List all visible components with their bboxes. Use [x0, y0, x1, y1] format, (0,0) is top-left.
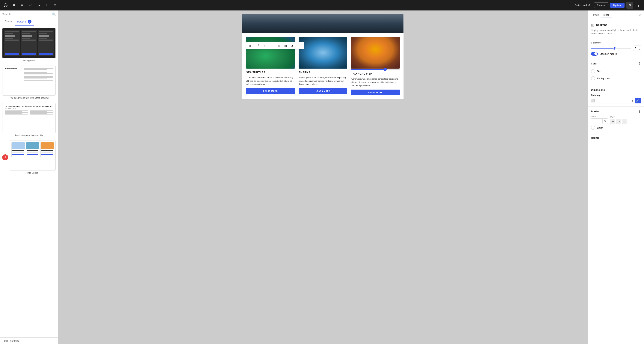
slider-thumb[interactable]: [613, 47, 616, 50]
tab-patterns[interactable]: Patterns 1: [14, 18, 34, 26]
stack-mobile-label: Stack on mobile: [600, 52, 617, 55]
border-color-label: Color: [597, 126, 603, 129]
learn-more-button-3[interactable]: LEARN MORE: [351, 90, 400, 95]
search-icon[interactable]: 🔍: [52, 12, 56, 16]
color-more-button[interactable]: ⋮: [638, 62, 641, 66]
align-left-button[interactable]: ▤: [276, 43, 282, 48]
fish-image: [351, 37, 400, 68]
wp-logo[interactable]: [2, 2, 9, 8]
col3-progress-bar: +: [351, 69, 400, 70]
text-color-circle[interactable]: [591, 69, 595, 73]
breadcrumb-page[interactable]: Page: [2, 340, 8, 342]
link-padding-icon[interactable]: 🔗: [635, 98, 641, 104]
border-style-solid[interactable]: —: [610, 118, 615, 124]
tab-blocks[interactable]: Blocks: [2, 18, 14, 26]
border-more-button[interactable]: ⋮: [638, 110, 641, 113]
width-unit-label: PX: [602, 119, 608, 124]
breadcrumb-columns[interactable]: Columns: [10, 340, 19, 342]
justify-center-button[interactable]: ▦: [283, 43, 288, 48]
color-header: Color ⋮: [591, 62, 641, 66]
search-input[interactable]: [2, 13, 50, 16]
pattern-card-offset[interactable]: Oceanic Inspiration: [2, 66, 56, 99]
breadcrumb-separator: ›: [8, 340, 9, 342]
border-header: Border ⋮: [591, 110, 641, 113]
pattern-card-two-col-title[interactable]: The voyage had begun, and had begun happ…: [2, 103, 56, 137]
turtle-image: [246, 37, 295, 68]
background-color-label: Background: [597, 77, 610, 80]
move-up-button[interactable]: ↑: [262, 43, 268, 48]
pattern-card-pricing[interactable]: Pricing table: [2, 28, 56, 62]
border-style-dashed[interactable]: - -: [616, 118, 621, 124]
border-color-circle[interactable]: [591, 126, 595, 130]
redo-button[interactable]: ↪: [35, 2, 42, 8]
learn-more-button-1[interactable]: LEARN MORE: [246, 88, 295, 94]
more-toolbar-button[interactable]: ⋮: [297, 43, 303, 48]
search-bar: 🔍: [0, 10, 58, 18]
columns-increment[interactable]: ▲: [638, 46, 641, 48]
columns-info-section: ▥ Columns Display content in multiple co…: [588, 20, 644, 38]
patterns-badge: 1: [28, 20, 32, 24]
switch-draft-button[interactable]: Switch to draft: [573, 2, 592, 8]
style-options: — - - ···: [610, 118, 627, 124]
contrast-icon: ◑: [291, 44, 293, 47]
close-panel-button[interactable]: ✕: [638, 13, 641, 17]
contrast-button[interactable]: ◑: [289, 43, 295, 48]
undo-button[interactable]: ↩: [27, 2, 34, 8]
section-header: ▥ Columns: [591, 23, 641, 27]
width-input[interactable]: [591, 118, 602, 124]
tab-page[interactable]: Page: [591, 13, 601, 18]
width-column: Width PX: [591, 116, 608, 124]
settings-button[interactable]: ⚙: [626, 2, 633, 8]
learn-more-button-2[interactable]: LEARN MORE: [298, 88, 347, 94]
sidebar-footer: Page › Columns: [0, 338, 58, 344]
columns-slider-track[interactable]: [591, 48, 631, 48]
preview-button[interactable]: Preview: [594, 2, 608, 8]
list-icon: ≡: [54, 4, 56, 7]
pattern-card-info[interactable]: Info Boxes: [10, 140, 56, 174]
drag-handle[interactable]: ⠿: [256, 43, 261, 48]
edit-button[interactable]: ✏: [19, 2, 26, 8]
ellipsis-icon: ⋮: [298, 44, 301, 47]
info-button[interactable]: ℹ: [44, 2, 50, 8]
stack-mobile-toggle[interactable]: [591, 52, 598, 56]
columns-type-button[interactable]: ▥: [248, 43, 253, 48]
toolbar-divider: [254, 44, 254, 48]
add-block-button[interactable]: +: [384, 68, 387, 71]
style-column: Style — - - ···: [610, 116, 627, 124]
more-options-button[interactable]: ⋮: [635, 2, 642, 8]
padding-input[interactable]: [596, 98, 631, 103]
columns-decrement[interactable]: ▼: [638, 48, 641, 50]
column-item-3: + TROPICAL FISH "Lorem ipsum dolor sit a…: [351, 37, 400, 95]
hero-image: [242, 14, 404, 33]
padding-input-box: PX: [596, 98, 633, 104]
close-button[interactable]: ✕: [10, 2, 17, 8]
color-title: Color: [591, 62, 597, 65]
border-title: Border: [591, 110, 599, 113]
pricing-preview: [2, 28, 56, 58]
dimensions-title: Dimensions: [591, 88, 605, 91]
chevron-up-icon: ↑: [264, 44, 266, 47]
update-button[interactable]: Update: [610, 2, 624, 8]
main-layout: 🔍 Blocks Patterns 1: [0, 10, 644, 344]
move-down-button[interactable]: ↓: [268, 43, 274, 48]
left-sidebar: 🔍 Blocks Patterns 1: [0, 10, 58, 344]
column-item-2: SHARKS "Lorem ipsum dolor sit amet, cons…: [298, 37, 347, 95]
close-icon: ✕: [13, 3, 15, 7]
text-color-option[interactable]: Text: [591, 68, 641, 75]
width-style-row: Width PX Style — - - ···: [591, 116, 641, 124]
border-style-dotted[interactable]: ···: [622, 118, 627, 124]
tab-block[interactable]: Block: [601, 13, 612, 18]
align-left-icon: ▤: [278, 44, 280, 47]
radius-section: Radius: [588, 133, 644, 142]
color-section: Color ⋮ Text Background: [588, 59, 644, 85]
list-view-button[interactable]: ≡: [52, 2, 58, 8]
dimensions-more-button[interactable]: ⋮: [638, 88, 641, 92]
background-color-option[interactable]: Background: [591, 75, 641, 82]
padding-icon: ⬜: [591, 99, 595, 102]
shark-image: [298, 37, 347, 68]
background-color-circle[interactable]: [591, 76, 595, 80]
two-col-title-label: Two columns of text and title: [2, 134, 56, 137]
info-icon: ℹ: [46, 3, 48, 7]
right-panel: Page Block ✕ ▥ Columns Display content i…: [588, 10, 644, 344]
info-boxes-label: Info Boxes: [10, 172, 56, 174]
